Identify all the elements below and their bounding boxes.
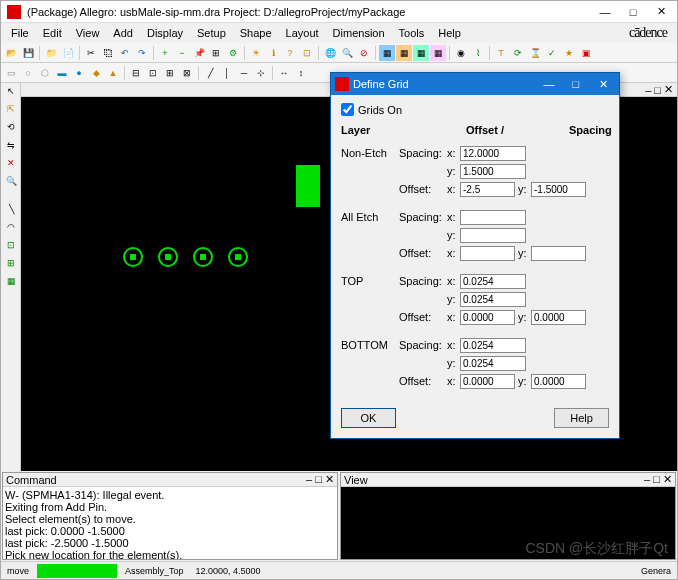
- panel-max-icon[interactable]: □: [654, 84, 661, 96]
- cut-icon[interactable]: ✂: [83, 45, 99, 61]
- menu-shape[interactable]: Shape: [234, 25, 278, 41]
- layer2-icon[interactable]: ▦: [396, 45, 412, 61]
- bottom-offset-y[interactable]: [531, 374, 586, 389]
- undo-icon[interactable]: ↶: [117, 45, 133, 61]
- non-etch-spacing-x[interactable]: [460, 146, 526, 161]
- dialog-min-button[interactable]: —: [537, 76, 561, 92]
- menu-dimension[interactable]: Dimension: [327, 25, 391, 41]
- status-color-swatch[interactable]: [37, 564, 117, 578]
- top-offset-y[interactable]: [531, 310, 586, 325]
- menu-add[interactable]: Add: [107, 25, 139, 41]
- line3-icon[interactable]: ─: [236, 65, 252, 81]
- info-icon[interactable]: ℹ: [265, 45, 281, 61]
- check-icon[interactable]: ✓: [544, 45, 560, 61]
- dialog-max-button[interactable]: □: [564, 76, 588, 92]
- layer1-icon[interactable]: ▦: [379, 45, 395, 61]
- non-etch-offset-x[interactable]: [460, 182, 515, 197]
- poly-icon[interactable]: ⬡: [37, 65, 53, 81]
- move-icon[interactable]: ⇱: [3, 103, 19, 119]
- hourglass-icon[interactable]: ⌛: [527, 45, 543, 61]
- line4-icon[interactable]: ⊹: [253, 65, 269, 81]
- zoom-icon[interactable]: 🔍: [3, 175, 19, 191]
- panel-min2-icon[interactable]: –: [306, 473, 312, 485]
- panel-close-icon[interactable]: ✕: [664, 83, 673, 96]
- menu-tools[interactable]: Tools: [393, 25, 431, 41]
- ok-button[interactable]: OK: [341, 408, 396, 428]
- arc-tool-icon[interactable]: ◠: [3, 221, 19, 237]
- menu-display[interactable]: Display: [141, 25, 189, 41]
- copy-icon[interactable]: ⿻: [100, 45, 116, 61]
- search-icon[interactable]: 🔍: [339, 45, 355, 61]
- dialog-close-button[interactable]: ✕: [591, 76, 615, 93]
- refresh-icon[interactable]: ⟳: [510, 45, 526, 61]
- help-button[interactable]: Help: [554, 408, 609, 428]
- menu-help[interactable]: Help: [432, 25, 467, 41]
- shape6-icon[interactable]: ⊠: [179, 65, 195, 81]
- text-icon[interactable]: T: [493, 45, 509, 61]
- menu-setup[interactable]: Setup: [191, 25, 232, 41]
- line2-icon[interactable]: │: [219, 65, 235, 81]
- shape5-icon[interactable]: ⊞: [162, 65, 178, 81]
- shape1-icon[interactable]: ◆: [88, 65, 104, 81]
- shape2-icon[interactable]: ▲: [105, 65, 121, 81]
- shape4-icon[interactable]: ⊡: [145, 65, 161, 81]
- trace-icon[interactable]: ⌇: [470, 45, 486, 61]
- panel-close2-icon[interactable]: ✕: [325, 473, 334, 485]
- command-log[interactable]: W- (SPMHA1-314): Illegal event. Exiting …: [3, 487, 337, 559]
- line1-icon[interactable]: ╱: [202, 65, 218, 81]
- all-etch-offset-y[interactable]: [531, 246, 586, 261]
- dim2-icon[interactable]: ↕: [293, 65, 309, 81]
- sun-icon[interactable]: ☀: [248, 45, 264, 61]
- doc-icon[interactable]: 📄: [60, 45, 76, 61]
- open-icon[interactable]: 📂: [3, 45, 19, 61]
- non-etch-offset-y[interactable]: [531, 182, 586, 197]
- bottom-spacing-y[interactable]: [460, 356, 526, 371]
- fill-rect-icon[interactable]: ▬: [54, 65, 70, 81]
- sel2-icon[interactable]: ⊞: [3, 257, 19, 273]
- star-icon[interactable]: ★: [561, 45, 577, 61]
- non-etch-spacing-y[interactable]: [460, 164, 526, 179]
- globe-icon[interactable]: 🌐: [322, 45, 338, 61]
- all-etch-spacing-y[interactable]: [460, 228, 526, 243]
- panel-close3-icon[interactable]: ✕: [663, 473, 672, 485]
- sel3-icon[interactable]: ▦: [3, 275, 19, 291]
- grids-on-checkbox[interactable]: [341, 103, 354, 116]
- top-spacing-x[interactable]: [460, 274, 526, 289]
- view-body[interactable]: [341, 487, 675, 559]
- zoom-in-icon[interactable]: +: [157, 45, 173, 61]
- panel-min3-icon[interactable]: –: [644, 473, 650, 485]
- drc-icon[interactable]: ⊘: [356, 45, 372, 61]
- rect-icon[interactable]: ▭: [3, 65, 19, 81]
- layer4-icon[interactable]: ▦: [430, 45, 446, 61]
- bottom-spacing-x[interactable]: [460, 338, 526, 353]
- app-icon-tb[interactable]: ▣: [578, 45, 594, 61]
- prop-icon[interactable]: ⚙: [225, 45, 241, 61]
- top-spacing-y[interactable]: [460, 292, 526, 307]
- panel-max3-icon[interactable]: □: [653, 473, 660, 485]
- delete-icon[interactable]: ✕: [3, 157, 19, 173]
- top-offset-x[interactable]: [460, 310, 515, 325]
- pin-icon[interactable]: 📌: [191, 45, 207, 61]
- report-icon[interactable]: ⊡: [299, 45, 315, 61]
- bottom-offset-x[interactable]: [460, 374, 515, 389]
- dialog-titlebar[interactable]: Define Grid — □ ✕: [331, 73, 619, 95]
- dim1-icon[interactable]: ↔: [276, 65, 292, 81]
- mirror-icon[interactable]: ⇋: [3, 139, 19, 155]
- sel1-icon[interactable]: ⊡: [3, 239, 19, 255]
- shape3-icon[interactable]: ⊟: [128, 65, 144, 81]
- line-tool-icon[interactable]: ╲: [3, 203, 19, 219]
- maximize-button[interactable]: □: [623, 6, 643, 18]
- menu-file[interactable]: File: [5, 25, 35, 41]
- rotate-icon[interactable]: ⟲: [3, 121, 19, 137]
- close-button[interactable]: ✕: [651, 5, 671, 18]
- layer3-icon[interactable]: ▦: [413, 45, 429, 61]
- select-icon[interactable]: ↖: [3, 85, 19, 101]
- folder-icon[interactable]: 📁: [43, 45, 59, 61]
- menu-layout[interactable]: Layout: [280, 25, 325, 41]
- menu-view[interactable]: View: [70, 25, 106, 41]
- all-etch-offset-x[interactable]: [460, 246, 515, 261]
- minimize-button[interactable]: —: [595, 6, 615, 18]
- save-icon[interactable]: 💾: [20, 45, 36, 61]
- grid-icon[interactable]: ⊞: [208, 45, 224, 61]
- panel-max2-icon[interactable]: □: [315, 473, 322, 485]
